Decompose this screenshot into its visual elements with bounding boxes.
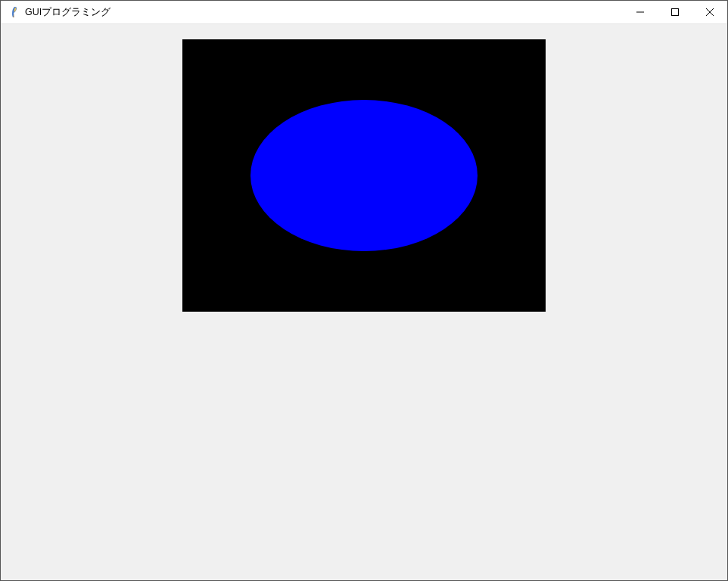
close-button[interactable] [692,1,727,23]
maximize-button[interactable] [658,1,692,23]
tk-feather-icon [8,6,20,18]
svg-rect-1 [672,9,679,16]
canvas [182,39,546,312]
titlebar: GUIプログラミング [1,1,727,24]
window-title: GUIプログラミング [25,6,623,19]
window-controls [623,1,727,23]
minimize-button[interactable] [623,1,658,23]
blue-ellipse [250,100,478,251]
client-area [1,24,727,580]
